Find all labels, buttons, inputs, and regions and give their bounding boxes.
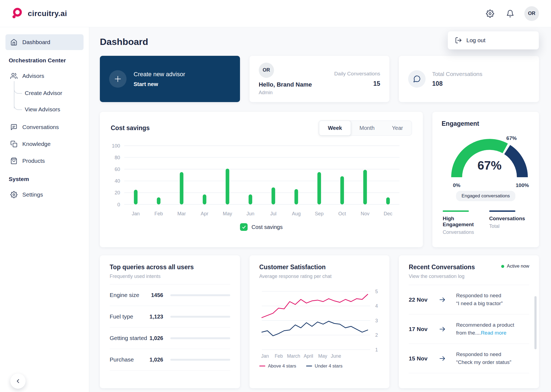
conversation-row[interactable]: 15 Nov Responded to need “Check my order… [409, 344, 529, 373]
svg-text:Feb: Feb [154, 211, 163, 216]
top-queries-subtitle: Frequently used intents [110, 274, 230, 279]
query-value: 1456 [151, 292, 163, 298]
tab-year[interactable]: Year [383, 121, 412, 135]
svg-text:Mar: Mar [177, 211, 186, 216]
svg-text:Jan: Jan [261, 353, 269, 359]
conversation-date: 15 Nov [409, 355, 439, 362]
brand-logo-icon [11, 7, 23, 20]
sidebar-item-label: Advisors [22, 73, 44, 79]
user-role: Admin [259, 90, 312, 96]
svg-text:60: 60 [115, 167, 120, 172]
legend-subtitle: Conversations [443, 229, 482, 235]
legend-title: Conversations [489, 216, 529, 222]
conversation-text: from the.... [456, 330, 481, 336]
svg-text:Jan: Jan [132, 211, 140, 216]
sidebar-item-label: View Advisors [25, 106, 60, 113]
read-more-link[interactable]: Read more [481, 330, 506, 336]
legend-swatch [443, 210, 469, 212]
sidebar-section-system: System [5, 170, 84, 187]
svg-text:0: 0 [117, 202, 120, 207]
notifications-bell-icon[interactable] [504, 8, 516, 20]
conversation-text: “I need a big tractor” [456, 301, 503, 306]
sidebar-item-knowledge[interactable]: Knowledge [5, 136, 84, 152]
customer-satisfaction-subtitle: Average response rating per chat [259, 274, 380, 279]
check-icon [242, 225, 246, 229]
conversation-text: Recommended a product [456, 321, 529, 329]
scrollbar-thumb[interactable] [534, 296, 537, 349]
sidebar-item-view-advisors[interactable]: View Advisors [14, 101, 84, 118]
top-queries-title: Top queries across all users [110, 264, 230, 271]
tab-month[interactable]: Month [351, 121, 383, 135]
svg-text:Jul: Jul [270, 211, 276, 216]
legend-title: High Engagement [443, 216, 482, 228]
recent-conversations-subtitle: View the conversation log [409, 274, 529, 279]
sidebar-item-conversations[interactable]: Conversations [5, 119, 84, 135]
total-conversations-label: Total Conversations [432, 71, 482, 77]
create-advisor-subtitle: Start new [134, 81, 185, 87]
gear-icon [10, 191, 17, 198]
conversation-row[interactable]: 22 Nov Responded to need “I need a big t… [409, 285, 529, 314]
legend-subtitle: Total [489, 223, 529, 229]
conversation-row[interactable]: 17 Nov Recommended a product from the...… [409, 314, 529, 344]
sidebar-item-products[interactable]: Products [5, 153, 84, 169]
main-content: Dashboard Create new advisor Start new O… [90, 27, 551, 392]
legend-label: Above 4 stars [268, 363, 296, 369]
customer-satisfaction-card: Customer Satisfaction Average response r… [250, 255, 390, 388]
cost-savings-card: Cost savings Week Month Year 02040608010… [100, 112, 423, 247]
user-avatar[interactable]: OR [524, 6, 539, 21]
query-value: 1,123 [150, 314, 163, 320]
svg-text:March: March [287, 353, 300, 359]
copy-icon [10, 140, 17, 148]
cost-savings-legend-label: Cost savings [251, 224, 283, 230]
legend-swatch [306, 366, 312, 366]
sidebar-item-create-advisor[interactable]: Create Advisor [14, 85, 84, 101]
sidebar-item-dashboard[interactable]: Dashboard [5, 34, 84, 50]
tab-week[interactable]: Week [319, 121, 351, 136]
logout-menu-item[interactable]: Log out [448, 31, 539, 50]
svg-text:Sep: Sep [315, 211, 324, 216]
query-bar [170, 316, 230, 318]
query-row: Purchase 1,026 [110, 349, 230, 370]
svg-text:April: April [304, 353, 313, 359]
conversation-text: Responded to need [456, 351, 529, 359]
plus-icon [109, 70, 127, 88]
active-now-label: Active now [507, 264, 529, 269]
summary-row: Create new advisor Start new OR Hello, B… [100, 56, 539, 102]
svg-text:Oct: Oct [338, 211, 346, 216]
recent-conversations-card: Recent Conversations Active now View the… [399, 255, 539, 388]
svg-text:4: 4 [375, 303, 378, 309]
cost-savings-title: Cost savings [111, 124, 150, 132]
legend-swatch [259, 366, 265, 366]
query-bar [170, 294, 230, 296]
active-now-dot [501, 265, 504, 268]
sidebar-collapse-button[interactable] [10, 373, 26, 389]
settings-gear-icon[interactable] [484, 8, 496, 20]
svg-text:1: 1 [375, 347, 378, 353]
satisfaction-chart: 54321JanFebMarchAprilMayJune [259, 286, 380, 362]
query-label: Getting started [110, 335, 150, 341]
svg-text:67%: 67% [506, 135, 517, 141]
home-icon [10, 39, 17, 46]
create-advisor-card[interactable]: Create new advisor Start new [100, 56, 240, 102]
arrow-right-icon [439, 355, 446, 362]
avatar: OR [259, 63, 274, 78]
chat-icon [10, 124, 17, 131]
query-row: Getting started 1,026 [110, 327, 230, 349]
cost-savings-checkbox[interactable] [240, 223, 248, 231]
daily-conversations-label: Daily Conversations [334, 71, 380, 77]
svg-text:Aug: Aug [292, 211, 301, 216]
svg-text:May: May [318, 353, 327, 359]
sidebar: Dashboard Orchestration Center Advisors … [0, 27, 89, 392]
query-row: Fuel type 1,123 [110, 306, 230, 327]
charts-row: Cost savings Week Month Year 02040608010… [100, 112, 539, 247]
sidebar-item-settings[interactable]: Settings [5, 187, 84, 203]
greeting-card: OR Hello, Brand Name Admin Daily Convers… [250, 56, 390, 102]
daily-conversations-value: 15 [373, 80, 380, 87]
svg-text:0%: 0% [453, 182, 461, 188]
query-bar [170, 337, 230, 339]
svg-text:June: June [331, 353, 341, 359]
sidebar-item-label: Dashboard [22, 39, 50, 45]
chevron-left-icon [15, 378, 21, 384]
conversation-date: 17 Nov [409, 326, 439, 332]
arrow-right-icon [439, 325, 446, 333]
